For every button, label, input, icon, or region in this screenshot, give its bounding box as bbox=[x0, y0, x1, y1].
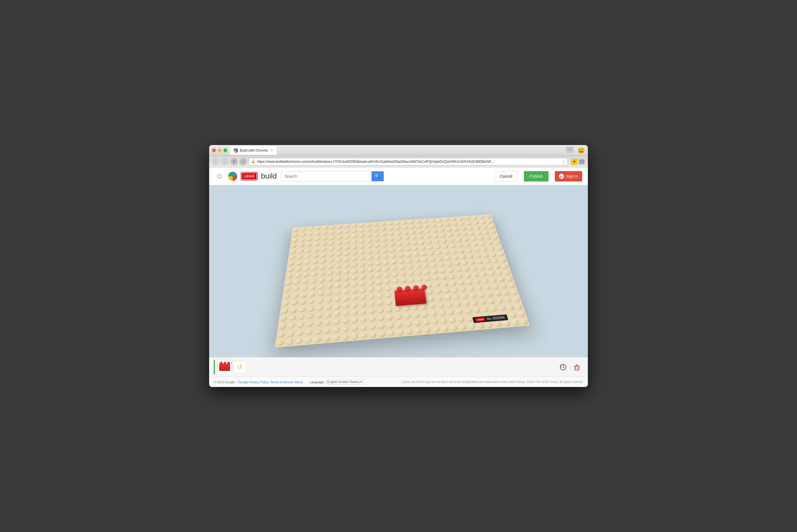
bookmark-icon[interactable]: ☆ bbox=[561, 159, 565, 164]
history-button[interactable] bbox=[557, 361, 569, 374]
thumb-stud-3 bbox=[228, 362, 230, 364]
privacy-link[interactable]: Google Privacy Policy bbox=[238, 380, 269, 384]
gplus-icon: g+ bbox=[559, 174, 564, 179]
title-bar: Build with Chrome ✕ ⤢ 😄 bbox=[209, 145, 588, 156]
active-tab[interactable]: Build with Chrome ✕ bbox=[230, 146, 276, 155]
trash-icon bbox=[573, 363, 581, 371]
search-bar[interactable]: 🔍 bbox=[281, 171, 384, 182]
lego-label-number: No. 8325950 bbox=[487, 316, 505, 321]
baseplate-grid bbox=[275, 214, 530, 348]
app-title: build bbox=[261, 172, 277, 180]
svg-rect-1 bbox=[575, 366, 579, 370]
baseplate[interactable]: LEGO No. 8325950 bbox=[275, 214, 530, 348]
about-link[interactable]: About bbox=[295, 380, 303, 384]
brick-thumbnail[interactable] bbox=[217, 360, 232, 375]
chrome-logo bbox=[228, 172, 237, 181]
maximize-window-button[interactable] bbox=[223, 149, 227, 152]
canvas-area: LEGO No. 8325950 bbox=[209, 185, 588, 357]
footer-lego-credit: LEGO, the LEGO logo and the Brick and kn… bbox=[402, 380, 583, 383]
tab-favicon bbox=[234, 148, 238, 153]
extension-icons: ★ bbox=[571, 158, 585, 165]
footer-copyright: © 2013 Google - bbox=[214, 380, 237, 384]
browser-window: Build with Chrome ✕ ⤢ 😄 ‹ › ↻ ⌂ 🔒 https:… bbox=[209, 145, 588, 387]
minimize-window-button[interactable] bbox=[218, 149, 221, 152]
tab-close-button[interactable]: ✕ bbox=[271, 149, 273, 152]
url-text: https://www.buildwithchrome.com/m/builde… bbox=[257, 160, 494, 164]
back-button[interactable]: ‹ bbox=[212, 158, 219, 165]
terms-link[interactable]: Terms of Service bbox=[270, 380, 293, 384]
window-controls: ⤢ 😄 bbox=[566, 147, 585, 154]
footer: © 2013 Google - Google Privacy Policy Te… bbox=[209, 377, 588, 387]
history-icon bbox=[559, 363, 567, 371]
tab-title: Build with Chrome bbox=[240, 149, 268, 152]
refresh-button[interactable]: ↻ bbox=[230, 158, 238, 165]
publish-button[interactable]: Publish bbox=[524, 171, 548, 182]
language-value: English (United States) bbox=[327, 380, 360, 383]
rotate-button[interactable]: ↺ bbox=[233, 361, 246, 374]
red-brick-wrapper bbox=[395, 288, 427, 306]
traffic-lights bbox=[212, 149, 227, 152]
brick-stud-2 bbox=[405, 286, 411, 291]
address-input[interactable]: 🔒 https://www.buildwithchrome.com/m/buil… bbox=[249, 158, 568, 165]
close-window-button[interactable] bbox=[212, 149, 216, 152]
baseplate-container: LEGO No. 8325950 bbox=[287, 205, 510, 337]
language-selector[interactable]: Language: English (United States) ▾ bbox=[310, 380, 364, 384]
app-header: ⬡ LEGO build 🔍 Cancel Publish g+ Sign in bbox=[209, 167, 588, 185]
forward-button[interactable]: › bbox=[221, 158, 229, 165]
thumb-stud-1 bbox=[220, 362, 222, 364]
lego-logo: LEGO bbox=[241, 173, 257, 180]
red-brick[interactable] bbox=[395, 288, 427, 306]
brick-stud-4 bbox=[421, 284, 427, 289]
brick-stud-3 bbox=[413, 285, 419, 290]
brick-thumb-studs bbox=[220, 362, 232, 364]
emoji-avatar: 😄 bbox=[577, 147, 585, 154]
thumb-stud-2 bbox=[224, 362, 226, 364]
bottom-toolbar: ↺ bbox=[209, 357, 588, 377]
search-button[interactable]: 🔍 bbox=[372, 171, 384, 182]
home-button[interactable]: ⌂ bbox=[239, 158, 247, 165]
tab-area: Build with Chrome ✕ bbox=[230, 146, 566, 155]
signin-button[interactable]: g+ Sign in bbox=[555, 171, 582, 182]
trash-button[interactable] bbox=[570, 361, 583, 374]
export-button[interactable]: ⬡ bbox=[215, 172, 224, 181]
language-label: Language: bbox=[310, 380, 325, 384]
active-indicator bbox=[214, 360, 215, 375]
address-bar: ‹ › ↻ ⌂ 🔒 https://www.buildwithchrome.co… bbox=[209, 156, 588, 167]
thumb-stud-4 bbox=[231, 362, 232, 364]
lego-label-logo: LEGO bbox=[475, 317, 485, 321]
chrome-menu-button[interactable] bbox=[579, 158, 585, 165]
brick-stud-1 bbox=[397, 286, 402, 291]
window-zoom-button[interactable]: ⤢ bbox=[566, 147, 574, 152]
signin-label: Sign in bbox=[566, 174, 578, 178]
language-dropdown[interactable]: English (United States) ▾ bbox=[326, 380, 364, 384]
extension-icon-1[interactable]: ★ bbox=[571, 158, 578, 165]
secure-icon: 🔒 bbox=[251, 160, 255, 164]
brick-thumb-image bbox=[219, 363, 230, 371]
cancel-button[interactable]: Cancel bbox=[494, 171, 518, 182]
search-input[interactable] bbox=[281, 174, 372, 178]
